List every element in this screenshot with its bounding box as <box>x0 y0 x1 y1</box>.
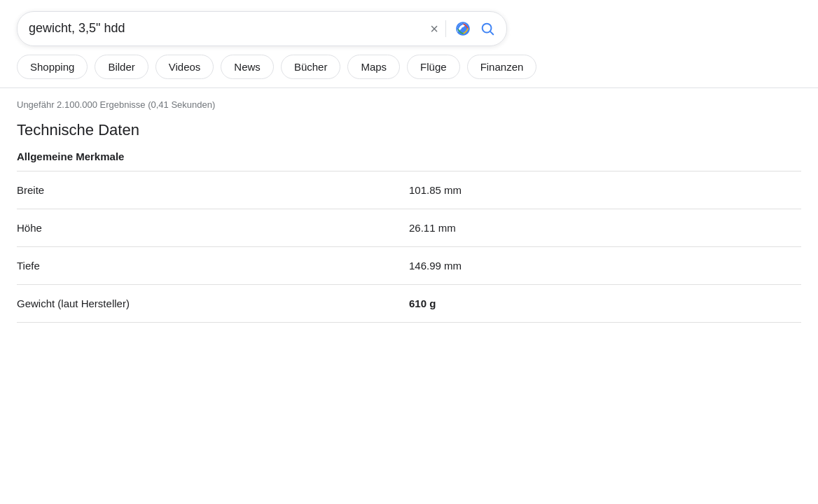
tab-flüge[interactable]: Flüge <box>407 55 460 79</box>
table-row: Gewicht (laut Hersteller)610 g <box>17 285 801 323</box>
spec-label: Höhe <box>17 209 409 247</box>
tab-maps[interactable]: Maps <box>347 55 400 79</box>
search-bar-icons: × <box>430 19 495 38</box>
section-title: Technische Daten <box>17 121 801 139</box>
spec-label: Breite <box>17 172 409 209</box>
search-bar: gewicht, 3,5" hdd × <box>17 11 507 46</box>
search-bar-container: gewicht, 3,5" hdd × <box>0 0 818 46</box>
spec-label: Gewicht (laut Hersteller) <box>17 285 409 323</box>
subsection-title: Allgemeine Merkmale <box>17 150 801 162</box>
search-icon[interactable] <box>480 21 495 36</box>
spec-label: Tiefe <box>17 247 409 285</box>
table-row: Tiefe146.99 mm <box>17 247 801 285</box>
spec-value: 610 g <box>409 285 801 323</box>
results-info: Ungefähr 2.100.000 Ergebnisse (0,41 Seku… <box>0 88 818 115</box>
spec-table: Breite101.85 mmHöhe26.11 mmTiefe146.99 m… <box>17 171 801 323</box>
tab-videos[interactable]: Videos <box>155 55 214 79</box>
tab-finanzen[interactable]: Finanzen <box>467 55 537 79</box>
table-row: Breite101.85 mm <box>17 172 801 209</box>
svg-line-3 <box>490 31 493 34</box>
tab-bilder[interactable]: Bilder <box>95 55 148 79</box>
tab-news[interactable]: News <box>221 55 274 79</box>
spec-value: 146.99 mm <box>409 247 801 285</box>
lens-icon[interactable] <box>453 19 473 38</box>
table-row: Höhe26.11 mm <box>17 209 801 247</box>
clear-icon[interactable]: × <box>430 21 438 37</box>
svg-point-1 <box>462 27 464 30</box>
spec-value: 101.85 mm <box>409 172 801 209</box>
search-input[interactable]: gewicht, 3,5" hdd <box>29 20 424 37</box>
tab-shopping[interactable]: Shopping <box>17 55 88 79</box>
spec-value: 26.11 mm <box>409 209 801 247</box>
tabs-container: ShoppingBilderVideosNewsBücherMapsFlügeF… <box>0 46 818 88</box>
divider <box>445 20 446 37</box>
tab-bücher[interactable]: Bücher <box>281 55 341 79</box>
content-area: Technische Daten Allgemeine Merkmale Bre… <box>0 115 818 340</box>
